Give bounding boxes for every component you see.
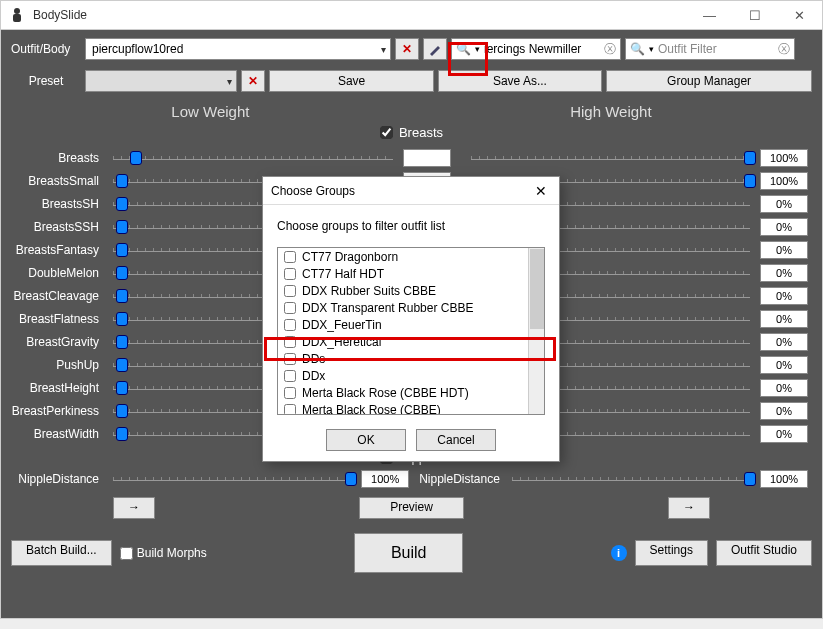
high-slider[interactable] [465,148,757,168]
settings-button[interactable]: Settings [635,540,708,566]
ok-button[interactable]: OK [326,429,406,451]
high-pct[interactable]: 0% [760,241,808,259]
browse-button[interactable] [423,38,447,60]
left-arrow-button[interactable]: → [113,497,155,519]
save-button[interactable]: Save [269,70,433,92]
high-pct[interactable]: 0% [760,402,808,420]
breasts-section-label: Breasts [399,125,443,140]
high-pct[interactable]: 0% [760,425,808,443]
list-item[interactable]: CT77 Half HDT [278,265,544,282]
list-item[interactable]: Merta Black Rose (CBBE) [278,401,544,415]
low-slider[interactable] [107,148,399,168]
high-weight-label: High Weight [570,103,651,120]
minimize-button[interactable]: — [687,1,732,30]
scrollbar-thumb[interactable] [530,249,544,329]
svg-rect-1 [13,14,21,22]
search-icon: 🔍 [456,42,471,56]
list-item-checkbox[interactable] [284,302,296,314]
outfit-combo[interactable]: piercupflow10red ▾ [85,38,391,60]
list-item-label: CT77 Half HDT [302,267,384,281]
group-manager-button[interactable]: Group Manager [606,70,812,92]
dialog-title: Choose Groups [271,184,355,198]
list-item-checkbox[interactable] [284,268,296,280]
clear-icon[interactable]: ⓧ [604,41,616,58]
batch-build-button[interactable]: Batch Build... [11,540,112,566]
slider-label: BreastsSmall [11,174,107,188]
list-item-checkbox[interactable] [284,387,296,399]
clear-preset-button[interactable]: ✕ [241,70,265,92]
nipple-distance-high-slider[interactable] [506,469,756,489]
slider-label: DoubleMelon [11,266,107,280]
outfit-studio-button[interactable]: Outfit Studio [716,540,812,566]
preset-combo[interactable]: ▾ [85,70,237,92]
high-pct[interactable]: 0% [760,310,808,328]
close-button[interactable]: ✕ [777,1,822,30]
outfit-filter-input[interactable]: 🔍▾ Outfit Filter ⓧ [625,38,795,60]
list-item-label: DDX_Heretical [302,335,381,349]
preset-label: Preset [11,74,81,88]
nipple-distance-low-pct[interactable]: 100% [361,470,409,488]
high-pct[interactable]: 0% [760,356,808,374]
high-pct[interactable]: 0% [760,264,808,282]
nipple-distance-row: NippleDistance 100% NippleDistance 100% [11,467,812,491]
scrollbar[interactable] [528,248,544,414]
high-pct[interactable]: 100% [760,149,808,167]
chevron-down-icon: ▾ [227,76,232,87]
info-icon[interactable]: i [611,545,627,561]
high-pct[interactable]: 0% [760,195,808,213]
high-pct[interactable]: 0% [760,218,808,236]
dialog-close-button[interactable]: ✕ [531,183,551,199]
list-item-checkbox[interactable] [284,285,296,297]
groups-listbox[interactable]: CT77 DragonbornCT77 Half HDTDDX Rubber S… [277,247,545,415]
list-item[interactable]: DDX Rubber Suits CBBE [278,282,544,299]
preview-button[interactable]: Preview [359,497,464,519]
build-morphs-checkbox[interactable] [120,547,133,560]
list-item[interactable]: CT77 Dragonborn [278,248,544,265]
nipple-distance-label: NippleDistance [11,472,107,486]
choose-groups-dialog: Choose Groups ✕ Choose groups to filter … [262,176,560,462]
slider-row: Breasts100% [11,146,812,169]
list-item-checkbox[interactable] [284,370,296,382]
high-pct[interactable]: 0% [760,333,808,351]
nipple-distance-low-slider[interactable] [107,469,357,489]
list-item-checkbox[interactable] [284,319,296,331]
maximize-button[interactable]: ☐ [732,1,777,30]
list-item[interactable]: Merta Black Rose (CBBE HDT) [278,384,544,401]
svg-rect-0 [14,8,20,14]
outfit-filter-placeholder: Outfit Filter [658,42,717,56]
list-item[interactable]: DDX Transparent Rubber CBBE [278,299,544,316]
clear-outfit-button[interactable]: ✕ [395,38,419,60]
preview-row: → Preview → [11,497,812,519]
list-item[interactable]: DDX_Heretical [278,333,544,350]
save-as-button[interactable]: Save As... [438,70,602,92]
slider-label: BreastsFantasy [11,243,107,257]
high-pct[interactable]: 0% [760,379,808,397]
build-button[interactable]: Build [354,533,464,573]
build-morphs-label[interactable]: Build Morphs [120,546,207,560]
slider-label: BreastPerkiness [11,404,107,418]
breasts-section-header: Breasts [11,122,812,142]
list-item-checkbox[interactable] [284,336,296,348]
right-arrow-button[interactable]: → [668,497,710,519]
high-pct[interactable]: 0% [760,287,808,305]
list-item[interactable]: DDX_FeuerTin [278,316,544,333]
high-pct[interactable]: 100% [760,172,808,190]
list-item[interactable]: DDs [278,350,544,367]
list-item-checkbox[interactable] [284,251,296,263]
list-item-checkbox[interactable] [284,353,296,365]
list-item[interactable]: DDx [278,367,544,384]
low-pct[interactable] [403,149,451,167]
dialog-titlebar: Choose Groups ✕ [263,177,559,205]
slider-label: BreastGravity [11,335,107,349]
list-item-checkbox[interactable] [284,404,296,416]
slider-label: BreastCleavage [11,289,107,303]
list-item-label: DDX_FeuerTin [302,318,382,332]
nipple-distance-high-pct[interactable]: 100% [760,470,808,488]
app-icon [9,7,25,23]
breasts-checkbox[interactable] [380,126,393,139]
chevron-down-icon: ▾ [381,44,386,55]
cancel-button[interactable]: Cancel [416,429,496,451]
outfit-value: piercupflow10red [92,42,183,56]
group-filter-input[interactable]: 🔍▾ iercings Newmiller ⓧ [451,38,621,60]
clear-icon[interactable]: ⓧ [778,41,790,58]
